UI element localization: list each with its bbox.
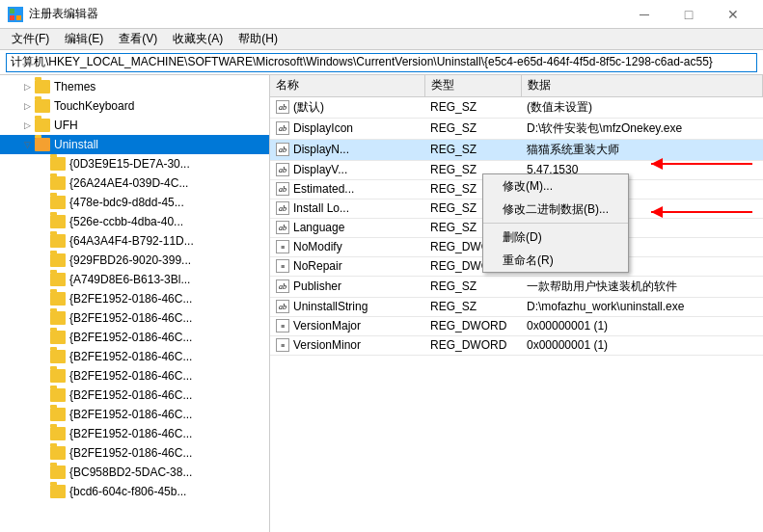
tree-label-themes: Themes (54, 80, 95, 93)
cell-name: abLanguage (270, 218, 424, 237)
cell-type: REG_SZ (424, 96, 521, 118)
tree-item-ufh[interactable]: ▷ UFH (0, 116, 269, 135)
tree-item-child-4[interactable]: ▷ {64A3A4F4-B792-11D... (0, 231, 269, 251)
cell-name: abDisplayN... (270, 139, 424, 160)
folder-icon-child-11 (50, 369, 66, 383)
tree-item-child-9[interactable]: ▷ {B2FE1952-0186-46C... (0, 328, 269, 347)
context-menu-modify-binary[interactable]: 修改二进制数据(B)... (483, 198, 628, 221)
context-menu-divider (483, 223, 628, 224)
table-row[interactable]: abUninstallStringREG_SZD:\mofazhu_work\u… (270, 297, 763, 316)
close-button[interactable]: ✕ (711, 0, 755, 29)
tree-label-child-8: {B2FE1952-0186-46C... (69, 311, 192, 325)
tree-item-uninstall[interactable]: ▽ Uninstall (0, 135, 269, 154)
tree-panel: ▷ Themes ▷ TouchKeyboard ▷ UFH ▽ Uninsta… (0, 75, 270, 532)
tree-item-child-16[interactable]: ▷ {BC958BD2-5DAC-38... (0, 463, 269, 482)
folder-icon-child-13 (50, 408, 66, 421)
svg-rect-1 (16, 9, 21, 13)
folder-icon-child-15 (50, 446, 66, 460)
col-data[interactable]: 数据 (521, 75, 763, 96)
tree-item-child-6[interactable]: ▷ {A749D8E6-B613-3Bl... (0, 270, 269, 289)
cell-name: abDisplayV... (270, 160, 424, 179)
tree-item-child-14[interactable]: ▷ {B2FE1952-0186-46C... (0, 424, 269, 443)
expand-icon-ufh: ▷ (19, 118, 35, 133)
context-menu-modify[interactable]: 修改(M)... (483, 174, 628, 198)
expand-icon-themes: ▷ (19, 79, 35, 94)
title-bar-left: 注册表编辑器 (8, 6, 98, 22)
folder-icon-child-8 (50, 311, 66, 325)
menu-view[interactable]: 查看(V) (111, 29, 165, 49)
col-type[interactable]: 类型 (424, 75, 521, 96)
tree-item-child-3[interactable]: ▷ {526e-ccbb-4dba-40... (0, 212, 269, 231)
cell-name: abEstimated... (270, 179, 424, 199)
folder-icon-uninstall (35, 138, 50, 151)
cell-data: 0x00000001 (1) (521, 316, 763, 335)
folder-icon-child-17 (50, 485, 66, 498)
tree-item-child-13[interactable]: ▷ {B2FE1952-0186-46C... (0, 405, 269, 424)
menu-favorites[interactable]: 收藏夹(A) (165, 29, 231, 49)
tree-item-child-2[interactable]: ▷ {478e-bdc9-d8dd-45... (0, 193, 269, 212)
maximize-button[interactable]: □ (667, 0, 711, 29)
menu-file[interactable]: 文件(F) (4, 29, 57, 49)
tree-item-themes[interactable]: ▷ Themes (0, 77, 269, 96)
table-row[interactable]: abPublisherREG_SZ一款帮助用户快速装机的软件 (270, 276, 763, 297)
table-row[interactable]: abDisplayN...REG_SZ猫猫系统重装大师 (270, 139, 763, 160)
cell-type: REG_SZ (424, 139, 521, 160)
tree-item-child-7[interactable]: ▷ {B2FE1952-0186-46C... (0, 289, 269, 308)
address-path[interactable]: 计算机\HKEY_LOCAL_MACHINE\SOFTWARE\Microsof… (6, 53, 757, 72)
tree-item-child-10[interactable]: ▷ {B2FE1952-0186-46C... (0, 347, 269, 366)
menu-bar: 文件(F) 编辑(E) 查看(V) 收藏夹(A) 帮助(H) (0, 29, 763, 50)
folder-icon-touchkeyboard (35, 99, 50, 113)
tree-label-child-9: {B2FE1952-0186-46C... (69, 331, 192, 344)
menu-edit[interactable]: 编辑(E) (57, 29, 111, 49)
col-name[interactable]: 名称 (270, 75, 424, 96)
tree-item-child-8[interactable]: ▷ {B2FE1952-0186-46C... (0, 308, 269, 328)
tree-label-child-5: {929FBD26-9020-399... (69, 253, 191, 267)
tree-item-child-5[interactable]: ▷ {929FBD26-9020-399... (0, 251, 269, 270)
table-row[interactable]: ab(默认)REG_SZ(数值未设置) (270, 96, 763, 118)
folder-icon-themes (35, 80, 50, 93)
tree-label-uninstall: Uninstall (54, 138, 98, 151)
tree-label-child-2: {478e-bdc9-d8dd-45... (69, 196, 184, 209)
tree-label-child-3: {526e-ccbb-4dba-40... (69, 215, 183, 228)
table-row[interactable]: ≡VersionMinorREG_DWORD0x00000001 (1) (270, 335, 763, 355)
address-bar: 计算机\HKEY_LOCAL_MACHINE\SOFTWARE\Microsof… (0, 50, 763, 75)
folder-icon-child-3 (50, 215, 66, 228)
tree-item-child-11[interactable]: ▷ {B2FE1952-0186-46C... (0, 366, 269, 386)
svg-rect-0 (10, 9, 14, 13)
folder-icon-ufh (35, 119, 50, 132)
tree-label-child-10: {B2FE1952-0186-46C... (69, 350, 192, 363)
tree-label-child-7: {B2FE1952-0186-46C... (69, 292, 192, 306)
cell-name: abUninstallString (270, 297, 424, 316)
cell-data: 一款帮助用户快速装机的软件 (521, 276, 763, 297)
svg-rect-3 (16, 15, 21, 20)
minimize-button[interactable]: ─ (622, 0, 667, 29)
tree-label-child-13: {B2FE1952-0186-46C... (69, 408, 192, 421)
context-menu-delete[interactable]: 删除(D) (483, 226, 628, 249)
tree-item-child-1[interactable]: ▷ {26A24AE4-039D-4C... (0, 173, 269, 193)
context-menu-rename[interactable]: 重命名(R) (483, 249, 628, 272)
tree-label-child-12: {B2FE1952-0186-46C... (69, 388, 192, 402)
tree-label-child-6: {A749D8E6-B613-3Bl... (69, 273, 190, 286)
cell-data: D:\软件安装包\mfzOnekey.exe (521, 118, 763, 139)
cell-type: REG_SZ (424, 297, 521, 316)
svg-rect-2 (10, 15, 14, 20)
menu-help[interactable]: 帮助(H) (231, 29, 286, 49)
folder-icon-child-1 (50, 176, 66, 190)
table-row[interactable]: ≡VersionMajorREG_DWORD0x00000001 (1) (270, 316, 763, 335)
folder-icon-child-14 (50, 427, 66, 440)
tree-item-child-15[interactable]: ▷ {B2FE1952-0186-46C... (0, 443, 269, 463)
folder-icon-child-6 (50, 273, 66, 286)
tree-label-child-15: {B2FE1952-0186-46C... (69, 446, 192, 460)
expand-icon-uninstall: ▽ (19, 137, 35, 152)
table-row[interactable]: abDisplayIconREG_SZD:\软件安装包\mfzOnekey.ex… (270, 118, 763, 139)
app-icon (8, 7, 23, 22)
cell-type: REG_DWORD (424, 316, 521, 335)
cell-data: 0x00000001 (1) (521, 335, 763, 355)
tree-item-child-17[interactable]: ▷ {bcd6-604c-f806-45b... (0, 482, 269, 501)
tree-item-touchkeyboard[interactable]: ▷ TouchKeyboard (0, 96, 269, 116)
tree-item-child-12[interactable]: ▷ {B2FE1952-0186-46C... (0, 386, 269, 405)
cell-name: ≡VersionMinor (270, 335, 424, 355)
tree-item-child-0[interactable]: ▷ {0D3E9E15-DE7A-30... (0, 154, 269, 173)
table-wrapper: 名称 类型 数据 ab(默认)REG_SZ(数值未设置)abDisplayIco… (270, 75, 763, 532)
folder-icon-child-4 (50, 234, 66, 248)
